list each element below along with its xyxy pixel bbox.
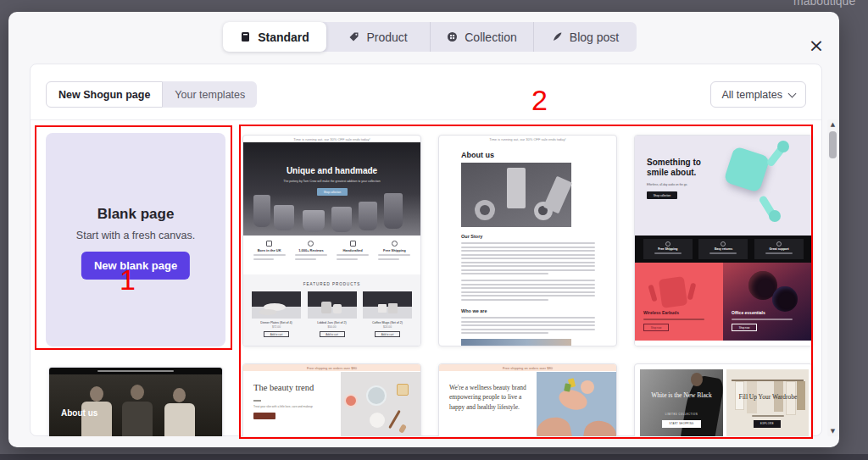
our-story-heading: Our Story xyxy=(461,234,482,239)
close-icon[interactable]: × xyxy=(802,30,831,59)
text-line xyxy=(378,258,399,260)
decor-shape xyxy=(543,176,573,214)
product-card: Lidded Jars (Set of 2) $50.00 Add to car… xyxy=(308,291,357,337)
text-line xyxy=(461,273,548,274)
tab-standard[interactable]: Standard xyxy=(223,22,326,52)
template-card-earbuds[interactable]: Something to smile about. Effortless, al… xyxy=(634,135,813,346)
feature-text xyxy=(337,254,369,260)
tab-collection[interactable]: Collection xyxy=(430,22,533,52)
text-line xyxy=(253,258,275,260)
text-line xyxy=(461,329,595,330)
tab-label: Product xyxy=(366,30,407,44)
template-card-about-us[interactable]: Time is running out, our 30% OFF sale en… xyxy=(438,135,617,346)
blank-page-title: Blank page xyxy=(46,206,225,223)
shipping-banner: Free shipping on orders over $80 xyxy=(439,364,616,371)
decor-shape xyxy=(687,283,697,301)
pen-icon xyxy=(552,31,563,42)
beauty-subheadline: Treat your skin with a little love, care… xyxy=(253,405,335,408)
chevron-down-icon xyxy=(788,89,797,97)
template-card-wellness[interactable]: Free shipping on orders over $80 We're a… xyxy=(438,363,617,436)
text-line xyxy=(461,324,595,326)
featured-products-section: FEATURED PRODUCTS Dinner Plates (Set of … xyxy=(243,274,420,346)
section-title: FEATURED PRODUCTS xyxy=(243,274,420,286)
text-line xyxy=(337,258,358,260)
text-line xyxy=(461,247,595,248)
scroll-up-icon[interactable]: ▲ xyxy=(827,119,838,130)
explore-button: EXPLORE xyxy=(754,420,781,428)
hero-headline: Something to smile about. xyxy=(647,158,713,177)
text-line xyxy=(461,299,548,301)
text-line xyxy=(461,265,595,267)
text-line xyxy=(643,319,704,320)
makeup-photo xyxy=(341,372,420,436)
decor-shape xyxy=(321,302,331,313)
feature-label: Easy returns xyxy=(698,247,748,251)
decor-shape xyxy=(582,418,617,436)
feature-item: Easy returns xyxy=(698,239,748,259)
hero-image: Unique and handmade The pottery by Tom C… xyxy=(243,142,420,236)
template-card-fashion[interactable]: White is the New Black LIMITED COLLECTIO… xyxy=(634,363,813,436)
feature-icon xyxy=(266,241,272,247)
backdrop-bottom-strip xyxy=(0,454,868,460)
start-shopping-button: START SHOPPING xyxy=(662,420,701,428)
product-image xyxy=(308,291,357,319)
decor-shape xyxy=(777,141,789,152)
beauty-headline: The beauty trend xyxy=(253,383,314,392)
tab-label: Collection xyxy=(465,30,516,44)
feature-icon xyxy=(776,241,782,247)
text-line xyxy=(461,254,595,256)
text-line xyxy=(295,258,316,260)
feature-item: Handcrafted xyxy=(334,241,371,274)
text-line xyxy=(765,252,793,254)
text-line xyxy=(295,254,327,256)
shop-now-button: Shop now xyxy=(732,324,757,331)
footer-strip xyxy=(635,341,812,346)
new-shogun-page-tab[interactable]: New Shogun page xyxy=(46,81,163,108)
feature-icon xyxy=(308,241,314,247)
template-picker-modal: Standard Product Collection Blog post × … xyxy=(8,12,839,447)
wellness-headline: We're a wellness beauty brand empowering… xyxy=(449,383,532,412)
decor-shape xyxy=(253,195,270,227)
template-card-about-dark[interactable]: About us xyxy=(48,367,223,436)
hero-headline: Unique and handmade xyxy=(243,166,420,175)
tab-blog-post[interactable]: Blog post xyxy=(533,22,637,52)
decor-shape xyxy=(303,210,325,232)
scrollbar-thumb[interactable] xyxy=(829,131,837,158)
text-line xyxy=(709,252,737,254)
standard-page-icon xyxy=(240,31,251,42)
text-line xyxy=(461,280,595,281)
collection-icon xyxy=(447,31,458,42)
decor-shape xyxy=(90,386,103,402)
tile-title: Office essentials xyxy=(732,310,765,315)
decor-shape xyxy=(370,413,385,428)
feature-item: Free Shipping xyxy=(376,241,413,274)
text-line xyxy=(461,258,595,259)
template-card-pottery-home[interactable]: Time is running out, our 30% OFF sale en… xyxy=(242,135,421,346)
your-templates-tab[interactable]: Your templates xyxy=(163,81,257,108)
about-dark-headline: About us xyxy=(61,408,97,418)
decor-shape xyxy=(384,193,403,229)
feature-label: Great support xyxy=(754,247,804,251)
tile-title: White is the New Black xyxy=(643,391,720,400)
text-line xyxy=(461,250,595,252)
decor-shape xyxy=(691,373,703,386)
decor-shape xyxy=(274,205,294,230)
template-card-beauty[interactable]: Free shipping on orders over $80 The bea… xyxy=(242,363,421,436)
blank-page-card[interactable]: Blank page Start with a fresh canvas. Ne… xyxy=(46,133,225,346)
tile-subtitle: LIMITED COLLECTION xyxy=(643,413,720,416)
product-card: Dinner Plates (Set of 4) $72.00 Add to c… xyxy=(252,291,301,337)
vertical-scrollbar[interactable]: ▲ ▼ xyxy=(827,119,838,436)
decor-shape xyxy=(388,410,401,429)
hero-subheadline: Effortless, all-day audio on the go. xyxy=(647,183,723,186)
add-to-cart-button: Add to cart xyxy=(375,331,400,337)
text-line xyxy=(337,254,369,256)
new-blank-page-button[interactable]: New blank page xyxy=(81,252,190,280)
decor-shape xyxy=(723,146,770,192)
all-templates-dropdown[interactable]: All templates xyxy=(710,81,806,108)
scroll-down-icon[interactable]: ▼ xyxy=(827,426,838,436)
text-line xyxy=(461,262,595,263)
templates-scroll-area: Blank page Start with a fresh canvas. Ne… xyxy=(31,120,822,436)
product-name: Lidded Jars (Set of 2) xyxy=(308,321,357,324)
tab-product[interactable]: Product xyxy=(326,22,430,52)
product-price: $50.00 xyxy=(308,325,357,329)
